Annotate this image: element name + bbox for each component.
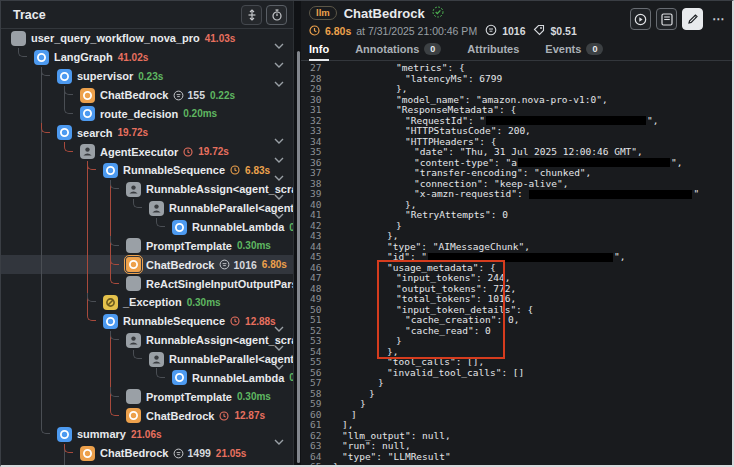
trace-node-runnableparallel-agent-scratchpad-[interactable]: RunnableParallel<agent_scratchpad>4.80ms <box>1 199 293 218</box>
vertical-scrollbar[interactable] <box>297 51 300 463</box>
trace-node-runnableparallel-agent-scratchpad-[interactable]: RunnableParallel<agent_scratchpad>3.30ms <box>1 350 293 369</box>
trace-panel: Trace user_query_workflow_nova_pro41.03s… <box>1 1 294 467</box>
tree-guide-line <box>87 218 88 237</box>
run-node-icon <box>80 106 95 121</box>
tab-events[interactable]: Events 0 <box>545 43 603 60</box>
node-label: RunnableSequence <box>123 164 225 176</box>
code-line-39: 39"x-amzn-requestid": " <box>301 189 734 200</box>
node-label: search <box>77 127 112 139</box>
code-line-29: 29}, <box>301 84 734 95</box>
code-line-51: 51"cache_creation": 0, <box>301 315 734 326</box>
run-node-icon <box>34 50 49 65</box>
code-text: "total_tokens": 1016, <box>327 294 516 305</box>
node-label: PromptTemplate <box>146 240 232 252</box>
trace-node-runnablelambda[interactable]: RunnableLambda0.60ms <box>1 218 293 237</box>
code-text: } <box>327 389 375 400</box>
chain-node-icon <box>126 276 141 291</box>
play-circle-icon[interactable] <box>630 8 651 30</box>
tab-annotations[interactable]: Annotations 0 <box>355 43 441 60</box>
line-number: 33 <box>301 126 327 137</box>
tree-guide-line <box>110 368 111 387</box>
code-line-48: 48"output_tokens": 772, <box>301 284 734 295</box>
node-duration: 6.80s <box>262 259 287 270</box>
agent-node-icon <box>149 201 164 216</box>
latency-clock-icon <box>230 165 240 175</box>
trace-node-prompttemplate[interactable]: PromptTemplate0.30ms <box>1 387 293 406</box>
trace-node-runnablesequence[interactable]: RunnableSequence12.88s <box>1 312 293 331</box>
stopwatch-icon[interactable] <box>266 5 287 25</box>
tree-guide-line <box>110 350 111 369</box>
run-node-icon <box>80 446 95 461</box>
trace-node-summary[interactable]: summary21.06s <box>1 425 293 444</box>
line-number: 39 <box>301 189 327 200</box>
trace-node-agentexecutor[interactable]: AgentExecutor19.72s <box>1 142 293 161</box>
trace-node-runnablelambda[interactable]: RunnableLambda0.40ms <box>1 368 293 387</box>
trace-node-chatbedrock[interactable]: ChatBedrock10166.80s <box>1 255 293 274</box>
trace-node-runnableassign-agent-scratchpad-[interactable]: RunnableAssign<agent_scratchpad>5.80ms <box>1 331 293 350</box>
trace-node--exception[interactable]: _Exception0.30ms <box>1 293 293 312</box>
line-number: 49 <box>301 294 327 305</box>
trace-node-chatbedrock[interactable]: ChatBedrock1550.22s <box>1 86 293 105</box>
tree-elbow-connector <box>110 274 119 283</box>
trace-node-user-query-workflow-nova-pro[interactable]: user_query_workflow_nova_pro41.03s <box>1 29 293 48</box>
trace-node-reactsingleinputoutputparser[interactable]: ReActSingleInputOutputParser0.90ms <box>1 274 293 293</box>
trace-node-prompttemplate[interactable]: PromptTemplate0.30ms <box>1 236 293 255</box>
line-number: 37 <box>301 168 327 179</box>
archive-icon[interactable] <box>656 8 677 30</box>
trace-node-runnablesequence[interactable]: RunnableSequence6.83s <box>1 161 293 180</box>
node-duration: 6.83s <box>245 165 270 176</box>
line-number: 53 <box>301 336 327 347</box>
tab-attributes[interactable]: Attributes <box>467 43 519 60</box>
code-line-63: 63"run": null, <box>301 441 734 452</box>
code-line-41: 41"RetryAttempts": 0 <box>301 210 734 221</box>
tree-guide-line <box>87 236 88 255</box>
annotations-count-badge: 0 <box>424 43 441 55</box>
run-cost: $0.51 <box>550 25 576 37</box>
tree-elbow-connector <box>87 293 96 302</box>
run-node-icon <box>103 314 118 329</box>
tree-elbow-connector <box>64 86 73 95</box>
node-label: LangGraph <box>54 51 113 63</box>
node-duration: 12.87s <box>234 410 265 421</box>
tree-guide-line <box>41 387 42 406</box>
tree-guide-line <box>41 255 42 274</box>
collapse-vertical-icon[interactable] <box>241 5 262 25</box>
pencil-icon[interactable] <box>682 8 703 30</box>
node-label: user_query_workflow_nova_pro <box>31 32 200 44</box>
code-line-28: 28"latencyMs": 6799 <box>301 74 734 85</box>
code-text: "ResponseMetadata": { <box>327 105 516 116</box>
trace-node-runnableassign-agent-scratchpad-[interactable]: RunnableAssign<agent_scratchpad>8.70ms <box>1 180 293 199</box>
node-label: RunnableAssign<agent_scratchpad> <box>146 334 293 346</box>
line-number: 43 <box>301 231 327 242</box>
node-duration: 19.72s <box>198 146 229 157</box>
code-text: } <box>327 462 339 467</box>
trace-node-chatbedrock[interactable]: ChatBedrock12.87s <box>1 406 293 425</box>
code-text: "run": null, <box>327 441 411 452</box>
line-number: 29 <box>301 84 327 95</box>
node-label: AgentExecutor <box>100 146 178 158</box>
node-duration: 12.88s <box>245 316 276 327</box>
code-text: "RetryAttempts": 0 <box>327 210 508 221</box>
tree-guide-line <box>87 199 88 218</box>
code-line-52: 52"cache_read": 0 <box>301 326 734 337</box>
trace-node-langgraph[interactable]: LangGraph41.02s <box>1 48 293 67</box>
trace-node-search[interactable]: search19.72s <box>1 123 293 142</box>
run-node-icon <box>57 427 72 442</box>
tree-elbow-connector <box>110 331 119 340</box>
tab-info[interactable]: Info <box>309 43 329 60</box>
tree-elbow-connector <box>41 425 50 434</box>
code-line-35: 35"date": "Thu, 31 Jul 2025 12:00:46 GMT… <box>301 147 734 158</box>
tree-elbow-connector <box>41 67 50 76</box>
trace-node-partial[interactable] <box>1 463 293 467</box>
latency-clock-icon <box>230 316 240 326</box>
node-label: ReActSingleInputOutputParser <box>146 278 293 290</box>
trace-node-supervisor[interactable]: supervisor0.23s <box>1 67 293 86</box>
code-line-31: 31"ResponseMetadata": { <box>301 105 734 116</box>
trace-node-route-decision[interactable]: route_decision0.20ms <box>1 104 293 123</box>
tree-elbow-connector <box>87 161 96 170</box>
ellipsis-icon[interactable]: ⋯ <box>708 8 729 30</box>
trace-node-chatbedrock[interactable]: ChatBedrock149921.05s <box>1 444 293 463</box>
node-token-count: 155 <box>173 89 205 101</box>
detail-header: llm ChatBedrock 6.80s at 7/31/2025 21:00… <box>301 1 734 39</box>
agent-node-icon <box>149 352 164 367</box>
